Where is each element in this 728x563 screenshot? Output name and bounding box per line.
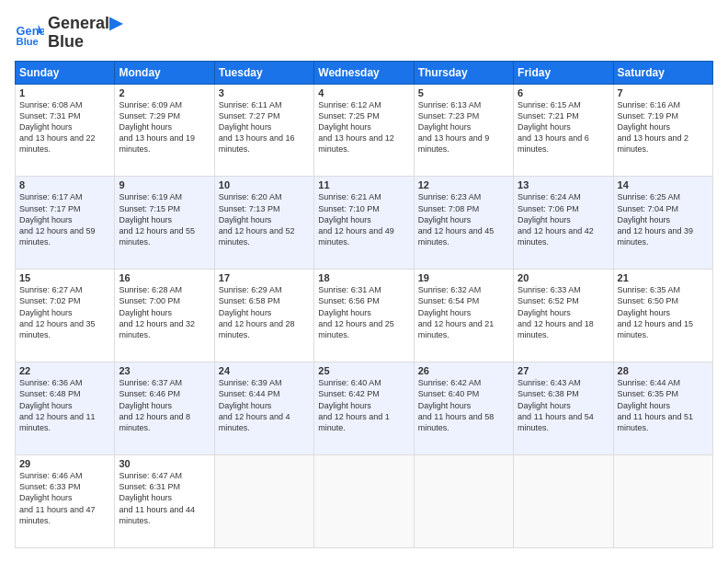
- table-cell: 18Sunrise: 6:31 AMSunset: 6:56 PMDayligh…: [314, 270, 414, 362]
- table-cell: 24Sunrise: 6:39 AMSunset: 6:44 PMDayligh…: [214, 362, 313, 455]
- logo: General Blue General▶ Blue: [15, 15, 122, 52]
- table-cell: 9Sunrise: 6:19 AMSunset: 7:15 PMDaylight…: [115, 177, 214, 270]
- header: General Blue General▶ Blue: [15, 15, 713, 52]
- calendar-table: Sunday Monday Tuesday Wednesday Thursday…: [15, 61, 713, 548]
- table-cell: 25Sunrise: 6:40 AMSunset: 6:42 PMDayligh…: [314, 362, 414, 455]
- table-cell: 13Sunrise: 6:24 AMSunset: 7:06 PMDayligh…: [514, 177, 613, 270]
- table-cell: 28Sunrise: 6:44 AMSunset: 6:35 PMDayligh…: [613, 362, 712, 455]
- table-cell: 2Sunrise: 6:09 AMSunset: 7:29 PMDaylight…: [115, 84, 214, 177]
- table-cell: 10Sunrise: 6:20 AMSunset: 7:13 PMDayligh…: [214, 177, 313, 270]
- table-cell: [314, 455, 414, 548]
- table-cell: [214, 455, 313, 548]
- week-row-2: 8Sunrise: 6:17 AMSunset: 7:17 PMDaylight…: [16, 177, 713, 270]
- table-cell: 6Sunrise: 6:15 AMSunset: 7:21 PMDaylight…: [514, 84, 613, 177]
- table-cell: [613, 455, 712, 548]
- logo-line1: General▶: [48, 15, 122, 33]
- table-cell: 3Sunrise: 6:11 AMSunset: 7:27 PMDaylight…: [214, 84, 313, 177]
- week-row-4: 22Sunrise: 6:36 AMSunset: 6:48 PMDayligh…: [16, 362, 713, 455]
- table-cell: 27Sunrise: 6:43 AMSunset: 6:38 PMDayligh…: [514, 362, 613, 455]
- table-cell: 30Sunrise: 6:47 AMSunset: 6:31 PMDayligh…: [115, 455, 214, 548]
- weekday-header-row: Sunday Monday Tuesday Wednesday Thursday…: [16, 61, 713, 84]
- header-saturday: Saturday: [613, 61, 712, 84]
- table-cell: 26Sunrise: 6:42 AMSunset: 6:40 PMDayligh…: [414, 362, 513, 455]
- table-cell: 14Sunrise: 6:25 AMSunset: 7:04 PMDayligh…: [613, 177, 712, 270]
- table-cell: 12Sunrise: 6:23 AMSunset: 7:08 PMDayligh…: [414, 177, 513, 270]
- table-cell: 8Sunrise: 6:17 AMSunset: 7:17 PMDaylight…: [16, 177, 115, 270]
- week-row-1: 1Sunrise: 6:08 AMSunset: 7:31 PMDaylight…: [16, 84, 713, 177]
- header-thursday: Thursday: [414, 61, 513, 84]
- header-monday: Monday: [115, 61, 214, 84]
- header-tuesday: Tuesday: [214, 61, 313, 84]
- table-cell: 15Sunrise: 6:27 AMSunset: 7:02 PMDayligh…: [16, 270, 115, 362]
- table-cell: 19Sunrise: 6:32 AMSunset: 6:54 PMDayligh…: [414, 270, 513, 362]
- week-row-5: 29Sunrise: 6:46 AMSunset: 6:33 PMDayligh…: [16, 455, 713, 548]
- header-sunday: Sunday: [16, 61, 115, 84]
- table-cell: 29Sunrise: 6:46 AMSunset: 6:33 PMDayligh…: [16, 455, 115, 548]
- table-cell: 11Sunrise: 6:21 AMSunset: 7:10 PMDayligh…: [314, 177, 414, 270]
- logo-line2: Blue: [48, 33, 122, 52]
- table-cell: 4Sunrise: 6:12 AMSunset: 7:25 PMDaylight…: [314, 84, 414, 177]
- page: General Blue General▶ Blue Sunday Monday…: [0, 0, 728, 563]
- table-cell: 20Sunrise: 6:33 AMSunset: 6:52 PMDayligh…: [514, 270, 613, 362]
- table-cell: 23Sunrise: 6:37 AMSunset: 6:46 PMDayligh…: [115, 362, 214, 455]
- table-cell: [414, 455, 513, 548]
- table-cell: 5Sunrise: 6:13 AMSunset: 7:23 PMDaylight…: [414, 84, 513, 177]
- table-cell: 22Sunrise: 6:36 AMSunset: 6:48 PMDayligh…: [16, 362, 115, 455]
- svg-text:Blue: Blue: [17, 36, 39, 47]
- table-cell: 1Sunrise: 6:08 AMSunset: 7:31 PMDaylight…: [16, 84, 115, 177]
- header-wednesday: Wednesday: [314, 61, 414, 84]
- table-cell: [514, 455, 613, 548]
- table-cell: 16Sunrise: 6:28 AMSunset: 7:00 PMDayligh…: [115, 270, 214, 362]
- table-cell: 7Sunrise: 6:16 AMSunset: 7:19 PMDaylight…: [613, 84, 712, 177]
- header-friday: Friday: [514, 61, 613, 84]
- logo-icon: General Blue: [15, 18, 44, 48]
- table-cell: 21Sunrise: 6:35 AMSunset: 6:50 PMDayligh…: [613, 270, 712, 362]
- week-row-3: 15Sunrise: 6:27 AMSunset: 7:02 PMDayligh…: [16, 270, 713, 362]
- table-cell: 17Sunrise: 6:29 AMSunset: 6:58 PMDayligh…: [214, 270, 313, 362]
